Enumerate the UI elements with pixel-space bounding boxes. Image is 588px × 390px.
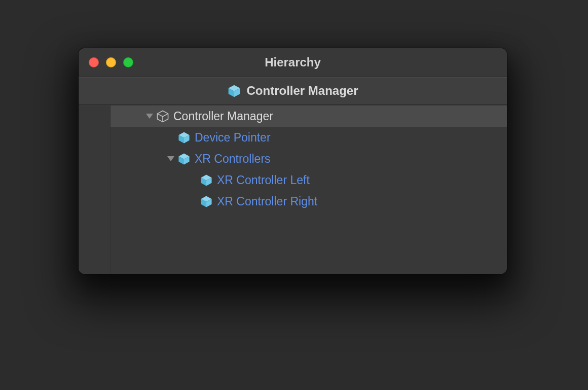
tree-row-xr-controller-left[interactable]: XR Controller Left	[111, 169, 507, 191]
hierarchy-content: Controller Manager Device Pointer XR Con…	[79, 104, 507, 274]
tree-item-label: XR Controller Left	[217, 173, 310, 187]
hierarchy-gutter	[79, 104, 111, 274]
header-label: Controller Manager	[246, 84, 358, 98]
prefab-cube-icon	[200, 173, 213, 187]
tree-item-label: Controller Manager	[173, 110, 273, 123]
window-title: Hierarchy	[79, 55, 507, 69]
tree-item-label: XR Controllers	[195, 152, 271, 166]
tree-row-controller-manager[interactable]: Controller Manager	[111, 105, 507, 127]
prefab-cube-icon	[200, 195, 213, 208]
hierarchy-header[interactable]: Controller Manager	[79, 77, 507, 104]
titlebar[interactable]: Hierarchy	[79, 48, 507, 77]
minimize-icon[interactable]	[106, 57, 116, 67]
expand-arrow-icon[interactable]	[146, 114, 153, 119]
prefab-cube-icon	[177, 152, 191, 165]
hierarchy-tree: Controller Manager Device Pointer XR Con…	[111, 104, 507, 274]
tree-item-label: Device Pointer	[195, 131, 271, 145]
close-icon[interactable]	[89, 57, 99, 67]
zoom-icon[interactable]	[123, 57, 133, 67]
prefab-cube-icon	[227, 84, 241, 98]
tree-row-device-pointer[interactable]: Device Pointer	[111, 127, 507, 148]
tree-row-xr-controller-right[interactable]: XR Controller Right	[111, 191, 507, 212]
hierarchy-window: Hierarchy Controller Manager Controller …	[79, 48, 507, 274]
tree-item-label: XR Controller Right	[217, 195, 317, 208]
tree-row-xr-controllers[interactable]: XR Controllers	[111, 148, 507, 169]
expand-arrow-icon[interactable]	[167, 156, 174, 161]
gameobject-cube-icon	[156, 110, 169, 123]
prefab-cube-icon	[177, 131, 191, 144]
window-controls	[89, 57, 133, 67]
